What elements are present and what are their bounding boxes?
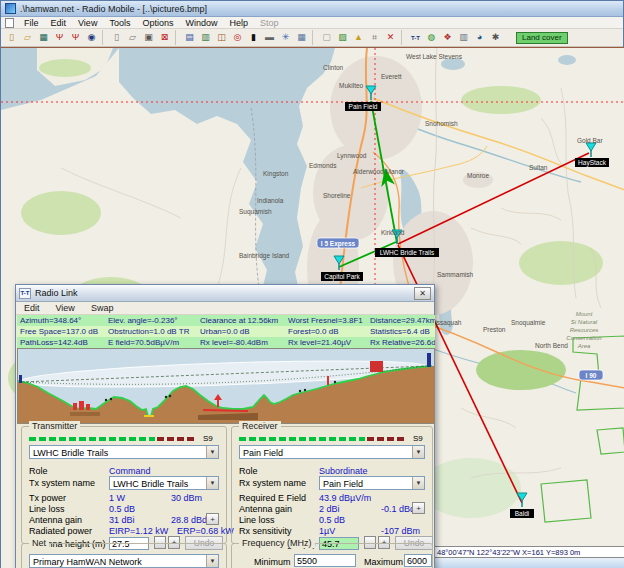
rx-system-combobox[interactable]: Pain Field ▼ (319, 476, 425, 490)
legend-icon[interactable]: ▮ (246, 30, 261, 45)
svg-text:Preston: Preston (483, 326, 506, 333)
tx-erp: ERP=0.68 kW (177, 526, 234, 536)
svg-text:Indianola: Indianola (257, 197, 284, 204)
chevron-down-icon[interactable]: ▼ (412, 477, 424, 489)
toolbar-separator (401, 30, 406, 45)
land-colors-icon[interactable]: ▨ (335, 30, 350, 45)
networks-properties-icon[interactable]: Ψ (52, 30, 67, 45)
tx-antenna-bar (19, 375, 22, 383)
tx-meter-label: S9 (203, 434, 213, 443)
tx-antenna-pattern-button[interactable]: + (206, 513, 219, 525)
merge-pictures-icon[interactable]: ◫ (214, 30, 229, 45)
rl-menu-swap[interactable]: Swap (83, 303, 122, 313)
info-elev-angle: Elev. angle=-0.236° (105, 315, 197, 326)
show-networks-icon[interactable]: ◍ (424, 30, 439, 45)
grayscale-icon[interactable]: ▬ (262, 30, 277, 45)
tx-gain-dbi: 31 dBi (109, 515, 135, 525)
frequency-min-input[interactable] (294, 554, 356, 567)
radio-link-icon[interactable]: T-T (408, 30, 423, 45)
close-picture-icon[interactable]: ⊠ (157, 30, 172, 45)
svg-text:West Lake Stevens: West Lake Stevens (406, 53, 463, 60)
tx-system-combobox[interactable]: LWHC Bridle Trails ▼ (109, 476, 219, 490)
menu-file[interactable]: File (18, 18, 45, 28)
rl-menu-edit[interactable]: Edit (16, 303, 48, 313)
mdi-child-icon[interactable] (5, 18, 14, 28)
svg-text:Snoqualmie: Snoqualmie (511, 319, 546, 327)
net-combobox[interactable]: Primary HamWAN Network ▼ (29, 554, 219, 568)
tx-meter-red (157, 437, 195, 441)
site-label-pain-field: Pain Field (349, 103, 378, 110)
find-best-site-icon[interactable]: ❖ (440, 30, 455, 45)
chevron-down-icon[interactable]: ▼ (206, 446, 218, 458)
menu-edit[interactable]: Edit (45, 18, 73, 28)
svg-text:Si Natural: Si Natural (571, 319, 598, 325)
rx-meter-green (239, 437, 365, 441)
radio-link-menubar: Edit View Swap (16, 302, 434, 315)
info-urban: Urban=0.0 dB (197, 326, 285, 337)
info-azimuth: Azimuth=348.64° (17, 315, 105, 326)
copy-icon[interactable]: ▤ (182, 30, 197, 45)
rx-role-value: Subordinate (319, 466, 368, 476)
new-file-icon[interactable]: ▯ (4, 30, 19, 45)
svg-text:Resources: Resources (570, 327, 599, 333)
metric-ruler-icon[interactable]: ▥ (456, 30, 471, 45)
open-networks-icon[interactable]: ▱ (20, 30, 35, 45)
frequency-max-input[interactable] (404, 554, 432, 567)
chevron-down-icon[interactable]: ▼ (412, 446, 424, 458)
info-worst-fresnel: Worst Fresnel=3.8F1 (285, 315, 367, 326)
net-value: Primary HamWAN Network (33, 557, 142, 567)
radio-link-dialog-icon: T-T (19, 288, 31, 299)
zoom-selection-icon[interactable]: ⌗ (367, 30, 382, 45)
tx-role-label: Role (29, 466, 48, 476)
delete-coverage-icon[interactable]: ✕ (383, 30, 398, 45)
info-clearance: Clearance at 12.56km (197, 315, 285, 326)
svg-text:Clinton: Clinton (323, 64, 344, 71)
rx-gain-dbd: -0.1 dBd (381, 504, 415, 514)
close-icon[interactable]: ✕ (414, 287, 431, 300)
toolbar: ▯ ▱ ▦ Ψ Ψ ◉ ▯ ▱ ▣ ⊠ ▤ ▥ ◫ ◎ ▮ ▬ ✳ ▦ ▢ ▨ … (1, 29, 623, 47)
chevron-down-icon[interactable]: ▼ (206, 477, 218, 489)
tx-unit-combobox[interactable]: LWHC Bridle Trails ▼ (29, 445, 219, 459)
open-picture-icon[interactable]: ▱ (125, 30, 140, 45)
new-picture-icon[interactable]: ▯ (109, 30, 124, 45)
menu-view[interactable]: View (72, 18, 103, 28)
options-gear-icon[interactable]: ✱ (488, 30, 503, 45)
elevation-grid-icon[interactable]: ▦ (294, 30, 309, 45)
path-profile-chart (17, 348, 435, 424)
info-rx-level-dbm: Rx level=-80.4dBm (197, 337, 285, 348)
white-picture-icon[interactable]: ▢ (319, 30, 334, 45)
paste-icon[interactable]: ▥ (198, 30, 213, 45)
city-draw-icon[interactable]: ▲ (351, 30, 366, 45)
save-networks-icon[interactable]: ▦ (36, 30, 51, 45)
menu-options[interactable]: Options (136, 18, 179, 28)
save-picture-icon[interactable]: ▣ (141, 30, 156, 45)
svg-text:Snohomish: Snohomish (425, 120, 458, 127)
rx-antenna-pattern-button[interactable]: + (412, 502, 425, 514)
menu-tools[interactable]: Tools (103, 18, 136, 28)
radio-link-titlebar[interactable]: T-T Radio Link ✕ (16, 285, 434, 302)
toolbar-separator (312, 30, 317, 45)
rx-gain-dbi: 2 dBi (319, 504, 340, 514)
land-cover-button[interactable]: Land cover (516, 32, 568, 44)
rx-sensitivity-dbm: -107 dBm (381, 526, 420, 536)
world-map-icon[interactable]: ◕ (472, 30, 487, 45)
tx-line-loss-value: 0.5 dB (109, 504, 135, 514)
tx-role-value: Command (109, 466, 151, 476)
rl-menu-view[interactable]: View (48, 303, 83, 313)
menu-window[interactable]: Window (179, 18, 223, 28)
map-properties-icon[interactable]: ◉ (84, 30, 99, 45)
tx-power-dbm: 30 dBm (171, 493, 202, 503)
shield-i5-express: I 5 Express (321, 240, 356, 248)
window-titlebar[interactable]: .\hamwan.net - Radio Mobile - [..\pictur… (1, 1, 623, 17)
menu-stop: Stop (254, 18, 285, 28)
radio-link-dialog: T-T Radio Link ✕ Edit View Swap Azimuth=… (15, 284, 435, 568)
units-properties-icon[interactable]: Ψ (68, 30, 83, 45)
contrast-icon[interactable]: ✳ (278, 30, 293, 45)
info-distance: Distance=29.47km (367, 315, 435, 326)
tx-power-watts: 1 W (109, 493, 125, 503)
rx-unit-combobox[interactable]: Pain Field ▼ (239, 445, 425, 459)
chevron-down-icon[interactable]: ▼ (206, 555, 218, 567)
link-info-table: Azimuth=348.64° Elev. angle=-0.236° Clea… (17, 315, 435, 348)
draw-rings-icon[interactable]: ◎ (230, 30, 245, 45)
menu-help[interactable]: Help (223, 18, 254, 28)
